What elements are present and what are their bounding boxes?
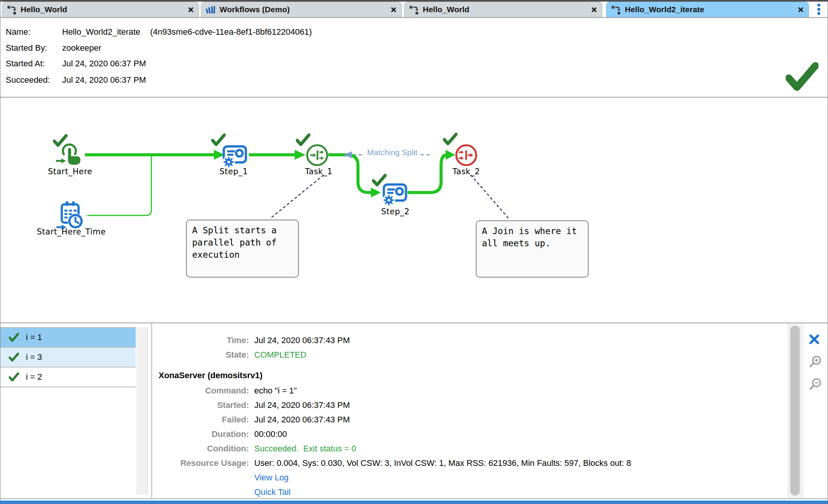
iteration-label: i = 3 [26, 352, 42, 362]
quick-tail-link[interactable]: Quick Tail [254, 487, 290, 497]
iteration-row-i1[interactable]: i = 1 [0, 328, 136, 348]
run-details-panel: i = 1 i = 3 i = 2 Time:Jul 24, 2020 06:3… [0, 323, 828, 498]
application-window: Hello_World Workflows (Demo) [0, 0, 828, 504]
info-row-started-at: Started At:Jul 24, 2020 06:37 PM [6, 58, 146, 69]
failed-value: Jul 24, 2020 06:37:43 PM [254, 415, 350, 424]
workflow-success-checkmark-icon [786, 62, 818, 92]
workflow-icon [7, 5, 17, 14]
tab-hello-world-1[interactable]: Hello_World [2, 2, 199, 17]
detail-scrollbar-thumb[interactable] [790, 326, 800, 496]
tab-workflows-demo[interactable]: Workflows (Demo) [201, 2, 402, 17]
started-label: Started: [160, 400, 249, 411]
view-log-link[interactable]: View Log [254, 473, 289, 482]
tap-trigger-icon[interactable] [54, 141, 86, 169]
command-value: echo "i = 1" [254, 386, 297, 395]
detail-row-condition: Condition:Succeeded. Exit status = 0 [160, 443, 356, 454]
name-value: Hello_World2_iterate [62, 27, 140, 37]
iteration-list-scrollbar-track[interactable] [136, 327, 148, 495]
tab-label: Hello_World [21, 5, 184, 14]
detail-panel-divider [151, 323, 152, 498]
close-icon[interactable] [591, 6, 597, 13]
tab-label: Workflows (Demo) [220, 5, 387, 14]
workflow-diagram-canvas[interactable]: Start_Here Start_Here_Time [0, 98, 828, 323]
started-value: Jul 24, 2020 06:37:43 PM [254, 400, 350, 410]
close-icon[interactable] [390, 6, 397, 13]
started-by-label: Started By: [6, 42, 62, 54]
tab-label: Hello_World [423, 5, 587, 14]
split-icon[interactable] [305, 143, 329, 167]
annotation-split-note: A Split starts a parallel path of execut… [186, 220, 299, 278]
resource-usage-label: Resource Usage: [160, 458, 249, 469]
annotation-connector-join [471, 175, 510, 220]
iteration-label: i = 1 [26, 332, 42, 342]
tab-hello-world2-iterate[interactable]: Hello_World2_iterate [606, 2, 809, 17]
name-uuid: (4n93sme6-cdve-11ea-8ef1-8bf612204061) [150, 27, 312, 37]
detail-row-duration: Duration:00:00:00 [160, 429, 287, 440]
time-value: Jul 24, 2020 06:37:43 PM [254, 335, 350, 345]
window-focus-bar [0, 501, 828, 504]
status-check-icon [9, 333, 19, 342]
annotation-connector-split [270, 175, 324, 218]
name-label: Name: [6, 26, 62, 38]
tab-hello-world-2[interactable]: Hello_World [404, 2, 602, 17]
tool-column-divider [803, 323, 804, 498]
gear-icon [224, 157, 234, 167]
detail-row-command: Command:echo "i = 1" [160, 385, 297, 396]
info-row-succeeded: Succeeded:Jul 24, 2020 06:37 PM [6, 74, 146, 86]
iteration-list: i = 1 i = 3 i = 2 [0, 327, 136, 387]
close-icon[interactable] [798, 6, 804, 13]
detail-row-started: Started:Jul 24, 2020 06:37:43 PM [160, 400, 350, 411]
workflows-stack-icon [206, 5, 216, 14]
zoom-in-icon[interactable] [809, 355, 822, 369]
node-label-step2[interactable]: Step_2 [357, 207, 433, 216]
resource-usage-value: User: 0.004, Sys: 0.030, Vol CSW: 3, InV… [254, 458, 631, 468]
tab-bar: Hello_World Workflows (Demo) [0, 0, 828, 18]
condition-value: Succeeded. Exit status = 0 [254, 444, 356, 453]
workflow-icon [409, 5, 419, 14]
tab-menu-kebab-icon[interactable] [817, 4, 820, 15]
node-label-step1[interactable]: Step_1 [196, 167, 272, 176]
status-check-icon [9, 353, 19, 362]
detail-row-failed: Failed:Jul 24, 2020 06:37:43 PM [160, 414, 350, 425]
node-label-task2[interactable]: Task_2 [428, 167, 504, 176]
detail-scrollbar-track[interactable] [788, 323, 802, 498]
arrowhead-task2 [446, 150, 455, 160]
iteration-row-i2[interactable]: i = 2 [0, 368, 136, 387]
started-at-value: Jul 24, 2020 06:37 PM [62, 59, 146, 68]
duration-label: Duration: [160, 429, 249, 440]
server-heading: XonaServer (demositsrv1) [159, 370, 263, 381]
iteration-row-i3[interactable]: i = 3 [0, 348, 136, 368]
state-value: COMPLETED [254, 350, 306, 360]
state-label: State: [160, 350, 249, 360]
bottom-divider [0, 498, 828, 499]
detail-row-quick-tail: Quick Tail [160, 487, 290, 498]
detail-row-state: State:COMPLETED [160, 350, 306, 360]
succeeded-value: Jul 24, 2020 06:37 PM [62, 75, 146, 85]
arrowhead-task1 [295, 150, 305, 160]
close-details-icon[interactable] [809, 334, 820, 345]
status-check-icon [9, 372, 19, 382]
job-step-icon[interactable] [379, 182, 408, 207]
workflow-info-panel: Name:Hello_World2_iterate(4n93sme6-cdve-… [0, 18, 828, 98]
succeeded-label: Succeeded: [6, 74, 62, 86]
time-label: Time: [160, 335, 249, 346]
node-label-start-here[interactable]: Start_Here [32, 167, 108, 176]
tab-label: Hello_World2_iterate [625, 5, 794, 14]
node-label-start-here-time[interactable]: Start_Here_Time [33, 227, 109, 236]
started-at-label: Started At: [6, 58, 62, 69]
detail-row-view-log: View Log [160, 472, 289, 483]
job-step-icon[interactable] [219, 144, 248, 169]
node-label-task1[interactable]: Task_1 [281, 167, 357, 176]
detail-row-resource-usage: Resource Usage:User: 0.004, Sys: 0.030, … [160, 458, 631, 469]
close-icon[interactable] [188, 6, 194, 13]
command-label: Command: [160, 385, 249, 396]
failed-label: Failed: [160, 414, 249, 425]
zoom-out-icon[interactable] [809, 378, 822, 392]
condition-label: Condition: [160, 443, 249, 454]
join-icon[interactable] [454, 143, 478, 167]
annotation-join-note: A Join is where it all meets up. [476, 220, 589, 278]
info-row-name: Name:Hello_World2_iterate(4n93sme6-cdve-… [6, 26, 312, 38]
edge-start-here-time-branch [87, 156, 151, 215]
matching-split-label: Matching Split [363, 148, 421, 157]
gear-icon [384, 195, 394, 205]
